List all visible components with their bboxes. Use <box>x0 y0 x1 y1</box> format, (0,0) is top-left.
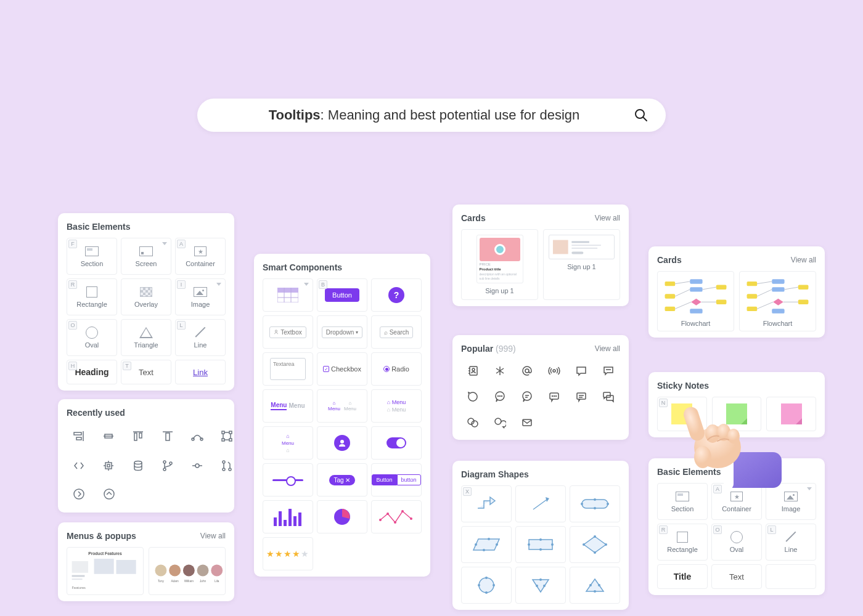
svg-point-87 <box>553 370 555 372</box>
arrow-up-circle-icon[interactable] <box>97 482 121 506</box>
svg-text:Product Features: Product Features <box>88 551 122 556</box>
chat-heart-icon[interactable] <box>488 411 512 434</box>
view-all-link[interactable]: View all <box>595 344 620 353</box>
chip-icon[interactable] <box>96 453 121 478</box>
card-signup-2[interactable]: Sign up 1 <box>543 229 620 300</box>
element-screen[interactable]: Screen <box>121 238 171 275</box>
component-nav-list[interactable]: ⌂ Menu⌂ Menu <box>371 389 422 423</box>
template-thumb[interactable]: TonyAdamWilliamJohnLila <box>149 547 226 595</box>
view-all-link[interactable]: View all <box>200 532 226 540</box>
element-container[interactable]: AContainer <box>175 238 226 275</box>
broadcast-icon[interactable] <box>542 360 566 382</box>
align-top-icon[interactable] <box>126 424 150 448</box>
comment-icon[interactable] <box>597 360 620 382</box>
chevron-down-icon[interactable] <box>162 242 167 245</box>
pen-tool-icon[interactable] <box>185 424 210 448</box>
component-rating[interactable]: ★★★★★ <box>263 537 313 570</box>
element-section[interactable]: FSection <box>67 238 117 275</box>
shape-decision[interactable] <box>570 526 620 563</box>
shape-parallelogram[interactable] <box>461 526 512 563</box>
shape-arrow[interactable] <box>515 485 566 522</box>
chats-circle-icon[interactable] <box>461 411 485 434</box>
align-top-single-icon[interactable] <box>155 424 180 448</box>
component-pie-chart[interactable] <box>317 500 367 533</box>
shape-step-arrow[interactable]: X <box>461 485 512 522</box>
bounding-box-icon[interactable] <box>215 424 239 448</box>
component-avatar[interactable] <box>317 426 367 460</box>
chat-dots-icon[interactable] <box>488 386 512 408</box>
element-empty[interactable] <box>766 564 816 589</box>
element-line[interactable]: LLine <box>766 524 816 561</box>
component-textarea[interactable]: Textarea <box>263 352 313 386</box>
shape-connector[interactable] <box>461 567 512 604</box>
component-tabs[interactable]: Menu Menu <box>263 389 313 423</box>
component-toggle[interactable] <box>371 426 422 460</box>
chevron-down-icon[interactable] <box>807 487 812 490</box>
shape-triangle-down[interactable] <box>515 567 566 604</box>
at-sign-icon[interactable] <box>515 360 539 382</box>
element-heading[interactable]: HHeading <box>67 360 117 384</box>
chat-ellipsis-icon[interactable] <box>542 386 566 408</box>
element-line[interactable]: LLine <box>175 319 226 356</box>
flowchart-card[interactable]: Flowchart <box>657 271 734 331</box>
element-text[interactable]: TText <box>121 360 171 384</box>
chevron-down-icon[interactable] <box>304 283 309 286</box>
component-radio[interactable]: Radio <box>371 352 422 386</box>
component-textbox[interactable]: Textbox <box>263 315 313 349</box>
element-overlay[interactable]: Overlay <box>121 278 171 315</box>
svg-point-45 <box>169 565 181 577</box>
card-signup-1[interactable]: PRICE Product title description with an … <box>461 229 538 300</box>
component-table[interactable] <box>263 278 313 312</box>
chat-text-icon[interactable] <box>570 386 593 408</box>
chats-icon[interactable] <box>597 386 620 408</box>
chevron-down-icon[interactable] <box>216 283 221 286</box>
align-vertical-icon[interactable] <box>96 424 121 448</box>
database-icon[interactable] <box>126 453 150 478</box>
chat-lines-icon[interactable] <box>515 386 539 408</box>
component-dropdown[interactable]: Dropdown ▾ <box>317 315 367 349</box>
slider-icon <box>272 479 303 481</box>
chat-circle-icon[interactable] <box>461 386 485 408</box>
component-checkbox[interactable]: ✓Checkbox <box>317 352 367 386</box>
component-slider[interactable] <box>263 463 313 496</box>
flowchart-card[interactable]: Flowchart <box>739 271 816 331</box>
component-button[interactable]: BButton <box>317 278 367 312</box>
element-text[interactable]: Text <box>711 564 762 589</box>
hero-search[interactable]: Tooltips: Meaning and best potential use… <box>197 99 666 132</box>
git-pull-request-icon[interactable] <box>215 453 239 478</box>
svg-point-47 <box>197 565 209 577</box>
svg-rect-76 <box>571 248 597 249</box>
arrow-right-circle-icon[interactable] <box>67 482 91 506</box>
shape-triangle-up[interactable] <box>570 567 620 604</box>
component-nav-icons[interactable]: ⌂Menu⌂Menu <box>317 389 367 423</box>
element-oval[interactable]: OOval <box>67 319 117 356</box>
component-help[interactable]: ? <box>371 278 422 312</box>
element-image[interactable]: IImage <box>175 278 226 315</box>
element-triangle[interactable]: Triangle <box>121 319 171 356</box>
element-title[interactable]: Title <box>657 564 708 589</box>
component-tag[interactable]: Tag ✕ <box>317 463 367 496</box>
shape-terminal[interactable] <box>570 485 620 522</box>
view-all-link[interactable]: View all <box>791 256 816 264</box>
element-rectangle[interactable]: RRectangle <box>657 524 708 561</box>
component-search[interactable]: ⌕ Search <box>371 315 422 349</box>
address-book-icon[interactable] <box>461 360 485 382</box>
component-line-chart[interactable] <box>371 500 422 533</box>
align-right-icon[interactable] <box>67 424 91 448</box>
svg-point-46 <box>183 565 195 577</box>
element-oval[interactable]: OOval <box>711 524 762 561</box>
view-all-link[interactable]: View all <box>595 214 620 222</box>
asterisk-icon[interactable] <box>488 360 512 382</box>
git-commit-icon[interactable] <box>185 453 210 478</box>
chat-square-icon[interactable] <box>570 360 593 382</box>
component-bar-chart[interactable] <box>263 500 313 533</box>
shape-process[interactable] <box>515 526 566 563</box>
git-branch-icon[interactable] <box>155 453 180 478</box>
code-icon[interactable] <box>67 453 91 478</box>
component-nav-vertical[interactable]: ⌂Menu⌂ <box>263 426 313 460</box>
element-link[interactable]: Link <box>175 360 226 384</box>
element-rectangle[interactable]: RRectangle <box>67 278 117 315</box>
template-thumb[interactable]: Product FeaturesFeatures <box>67 547 144 595</box>
component-button-group[interactable]: Buttonbutton <box>371 463 422 496</box>
envelope-icon[interactable] <box>515 411 539 434</box>
